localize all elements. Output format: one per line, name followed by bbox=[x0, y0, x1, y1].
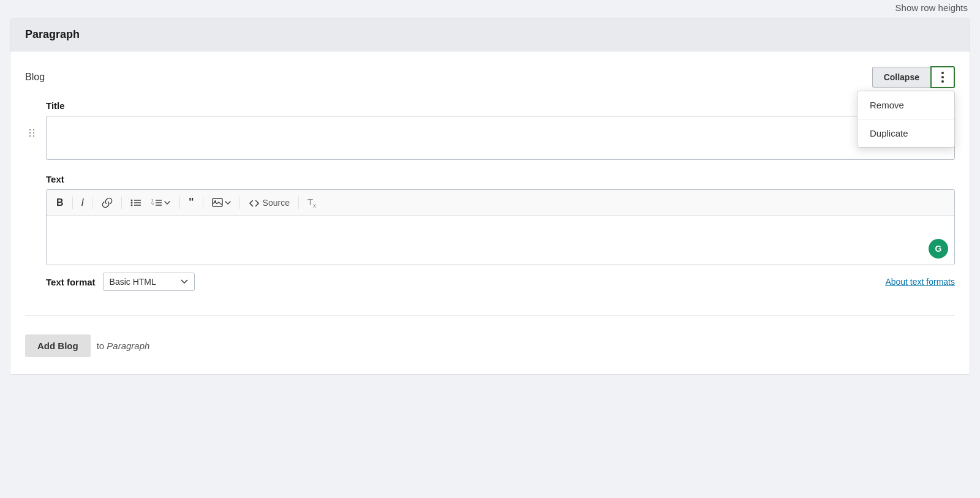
blog-label: Blog bbox=[25, 72, 45, 83]
dropdown-menu: Remove Duplicate bbox=[857, 91, 955, 148]
svg-point-0 bbox=[131, 199, 133, 201]
text-format-label: Text format bbox=[46, 277, 96, 287]
about-text-formats-link[interactable]: About text formats bbox=[885, 277, 955, 287]
clear-format-button[interactable]: Tx bbox=[304, 194, 320, 211]
editor-toolbar: B I bbox=[47, 190, 954, 216]
title-field-group: Title bbox=[46, 100, 955, 162]
text-format-row: Text format Basic HTML Full HTML Plain t… bbox=[46, 273, 955, 291]
bullet-list-icon bbox=[130, 198, 141, 208]
main-panel: Paragraph Blog Collapse bbox=[10, 18, 970, 375]
source-label: Source bbox=[263, 198, 290, 208]
text-format-select-wrapper: Basic HTML Full HTML Plain text Restrict… bbox=[103, 273, 195, 291]
numbered-list-button[interactable]: 1 ½ bbox=[148, 195, 175, 210]
separator-1 bbox=[72, 197, 73, 209]
separator-5 bbox=[203, 197, 203, 209]
clear-format-icon: Tx bbox=[307, 197, 316, 209]
more-options-button[interactable] bbox=[930, 66, 955, 88]
text-format-select[interactable]: Basic HTML Full HTML Plain text Restrict… bbox=[103, 273, 195, 291]
svg-text:½: ½ bbox=[151, 202, 154, 206]
separator-7 bbox=[298, 197, 299, 209]
source-button[interactable]: Source bbox=[245, 195, 293, 210]
separator-4 bbox=[179, 197, 180, 209]
separator-3 bbox=[121, 197, 122, 209]
link-button[interactable] bbox=[98, 195, 116, 211]
text-field-group: Text B I bbox=[46, 174, 955, 291]
link-icon bbox=[102, 197, 113, 208]
panel-title: Paragraph bbox=[25, 28, 80, 40]
bold-button[interactable]: B bbox=[53, 195, 67, 211]
add-blog-text: to Paragraph bbox=[97, 341, 150, 351]
text-format-left: Text format Basic HTML Full HTML Plain t… bbox=[46, 273, 195, 291]
panel-header: Paragraph bbox=[10, 18, 970, 51]
add-blog-row: Add Blog to Paragraph bbox=[25, 328, 955, 360]
dropdown-item-remove[interactable]: Remove bbox=[858, 91, 954, 119]
svg-point-2 bbox=[131, 204, 133, 206]
blog-row: Blog Collapse Remove Duplicate bbox=[25, 66, 955, 88]
title-input[interactable] bbox=[46, 116, 955, 160]
numbered-list-icon: 1 ½ bbox=[151, 198, 162, 208]
editor-wrapper: B I bbox=[46, 189, 955, 265]
separator-6 bbox=[239, 197, 240, 209]
three-dots-icon bbox=[941, 72, 944, 83]
separator-2 bbox=[92, 197, 93, 209]
panel-body: Blog Collapse Remove Duplicate bbox=[10, 51, 970, 374]
text-label: Text bbox=[46, 174, 955, 184]
bullet-list-button[interactable] bbox=[127, 195, 145, 210]
collapse-button[interactable]: Collapse bbox=[872, 67, 930, 88]
drag-handle[interactable] bbox=[25, 126, 39, 143]
italic-button[interactable]: I bbox=[78, 195, 88, 211]
image-dropdown-icon bbox=[225, 200, 231, 206]
title-label: Title bbox=[46, 100, 955, 111]
dropdown-item-duplicate[interactable]: Duplicate bbox=[858, 119, 954, 147]
top-hint: Show row heights bbox=[0, 0, 980, 13]
list-dropdown-icon bbox=[164, 199, 171, 206]
image-icon bbox=[212, 198, 223, 208]
add-blog-button[interactable]: Add Blog bbox=[25, 334, 91, 357]
fields-container: Title Text B I bbox=[46, 100, 955, 303]
grammarly-button[interactable]: G bbox=[929, 239, 948, 258]
content-section: Title Text B I bbox=[25, 100, 955, 303]
quote-button[interactable]: " bbox=[185, 194, 198, 211]
section-divider bbox=[25, 315, 955, 316]
page-wrapper: Show row heights Paragraph Blog Collapse bbox=[0, 0, 980, 498]
image-button[interactable] bbox=[208, 195, 235, 210]
blog-controls: Collapse Remove Duplicate bbox=[872, 66, 955, 88]
drag-handle-icon bbox=[25, 126, 39, 140]
source-code-icon bbox=[249, 198, 260, 208]
editor-content-area[interactable]: G bbox=[47, 216, 954, 265]
svg-point-1 bbox=[131, 202, 133, 203]
